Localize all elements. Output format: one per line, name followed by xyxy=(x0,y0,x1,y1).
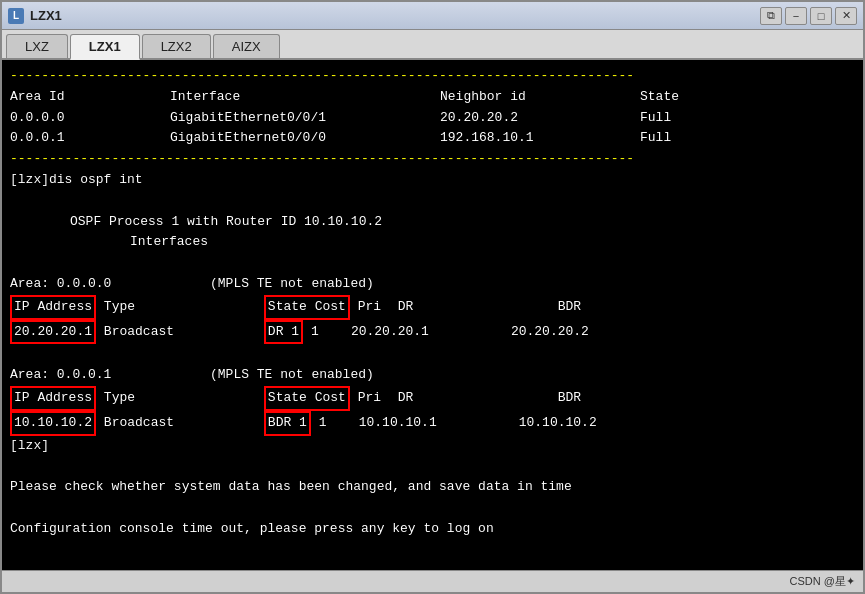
area1-header: Area: 0.0.0.0(MPLS TE not enabled) xyxy=(10,274,855,295)
separator-mid: ----------------------------------------… xyxy=(10,149,855,170)
row2-area: 0.0.0.1 xyxy=(10,128,170,149)
window-title: LZX1 xyxy=(30,8,62,23)
area1-dr-header: DR xyxy=(398,297,558,318)
area1-id: Area: 0.0.0.0 xyxy=(10,274,210,295)
row2-iface: GigabitEthernet0/0/0 xyxy=(170,128,440,149)
area2-ip-header: IP Address xyxy=(10,386,96,411)
area2-bdr-value: 10.10.10.2 xyxy=(519,415,597,430)
col-neighbor: Neighbor id xyxy=(440,87,640,108)
area1-state-value: DR 1 xyxy=(264,320,303,345)
area2-mpls: (MPLS TE not enabled) xyxy=(210,367,374,382)
area1-type-value: Broadcast xyxy=(104,322,264,343)
prompt-line: [lzx] xyxy=(10,436,855,457)
status-text: CSDN @星✦ xyxy=(790,574,855,589)
main-window: L LZX1 ⧉ − □ ✕ LXZ LZX1 LZX2 AIZX ------… xyxy=(0,0,865,594)
command-line: [lzx]dis ospf int xyxy=(10,170,855,191)
minimize-button[interactable]: − xyxy=(785,7,807,25)
blank1 xyxy=(10,191,855,212)
warning-line-1: Please check whether system data has bee… xyxy=(10,477,855,498)
area2-pri-header: Pri xyxy=(358,388,398,409)
area2-dr-header: DR xyxy=(398,388,558,409)
area1-pri-header: Pri xyxy=(358,297,398,318)
area2-col-headers: IP Address TypeState Cost PriDRBDR xyxy=(10,386,855,411)
area1-bdr-value: 20.20.20.2 xyxy=(511,324,589,339)
app-icon: L xyxy=(8,8,24,24)
title-controls: ⧉ − □ ✕ xyxy=(760,7,857,25)
area2-header: Area: 0.0.0.1(MPLS TE not enabled) xyxy=(10,365,855,386)
area2-data-row: 10.10.10.2 BroadcastBDR 1 110.10.10.110.… xyxy=(10,411,855,436)
area1-type-header: Type xyxy=(104,297,264,318)
restore-button[interactable]: ⧉ xyxy=(760,7,782,25)
tab-bar: LXZ LZX1 LZX2 AIZX xyxy=(2,30,863,60)
row2-state: Full xyxy=(640,130,671,145)
ospf-process: OSPF Process 1 with Router ID 10.10.10.2 xyxy=(10,212,855,233)
row1-iface: GigabitEthernet0/0/1 xyxy=(170,108,440,129)
row1-area: 0.0.0.0 xyxy=(10,108,170,129)
area1-dr-value: 20.20.20.1 xyxy=(351,322,511,343)
row1-state: Full xyxy=(640,110,671,125)
maximize-button[interactable]: □ xyxy=(810,7,832,25)
col-state: State xyxy=(640,89,679,104)
blank4 xyxy=(10,456,855,477)
blank3 xyxy=(10,344,855,365)
area1-mpls: (MPLS TE not enabled) xyxy=(210,276,374,291)
area1-pri-value: 1 xyxy=(311,322,351,343)
area1-data-row: 20.20.20.1 BroadcastDR 1 120.20.20.120.2… xyxy=(10,320,855,345)
tab-lzx1[interactable]: LZX1 xyxy=(70,34,140,60)
col-interface: Interface xyxy=(170,87,440,108)
warning-line-2: Configuration console time out, please p… xyxy=(10,519,855,540)
status-bar: CSDN @星✦ xyxy=(2,570,863,592)
close-button[interactable]: ✕ xyxy=(835,7,857,25)
area2-state-value: BDR 1 xyxy=(264,411,311,436)
area1-ip-value: 20.20.20.1 xyxy=(10,320,96,345)
terminal[interactable]: ----------------------------------------… xyxy=(2,60,863,570)
title-bar-left: L LZX1 xyxy=(8,8,62,24)
table-header-row: Area IdInterfaceNeighbor idState xyxy=(10,87,855,108)
row2-neighbor: 192.168.10.1 xyxy=(440,128,640,149)
interfaces-label: Interfaces xyxy=(10,232,855,253)
area2-id: Area: 0.0.0.1 xyxy=(10,365,210,386)
area2-type-header: Type xyxy=(104,388,264,409)
table-row-1: 0.0.0.0GigabitEthernet0/0/120.20.20.2Ful… xyxy=(10,108,855,129)
area1-col-headers: IP Address TypeState Cost PriDRBDR xyxy=(10,295,855,320)
area2-dr-value: 10.10.10.1 xyxy=(359,413,519,434)
area1-state-header: State Cost xyxy=(264,295,350,320)
area1-bdr-header: BDR xyxy=(558,299,581,314)
row1-neighbor: 20.20.20.2 xyxy=(440,108,640,129)
terminal-content: ----------------------------------------… xyxy=(10,66,855,540)
blank2 xyxy=(10,253,855,274)
area1-ip-header: IP Address xyxy=(10,295,96,320)
blank5 xyxy=(10,498,855,519)
area2-state-header: State Cost xyxy=(264,386,350,411)
area2-ip-value: 10.10.10.2 xyxy=(10,411,96,436)
col-area-id: Area Id xyxy=(10,87,170,108)
area2-bdr-header: BDR xyxy=(558,390,581,405)
tab-lxz[interactable]: LXZ xyxy=(6,34,68,58)
tab-lzx2[interactable]: LZX2 xyxy=(142,34,211,58)
title-bar: L LZX1 ⧉ − □ ✕ xyxy=(2,2,863,30)
area2-type-value: Broadcast xyxy=(104,413,264,434)
separator-top: ----------------------------------------… xyxy=(10,66,855,87)
tab-aizx[interactable]: AIZX xyxy=(213,34,280,58)
table-row-2: 0.0.0.1GigabitEthernet0/0/0192.168.10.1F… xyxy=(10,128,855,149)
area2-pri-value: 1 xyxy=(319,413,359,434)
